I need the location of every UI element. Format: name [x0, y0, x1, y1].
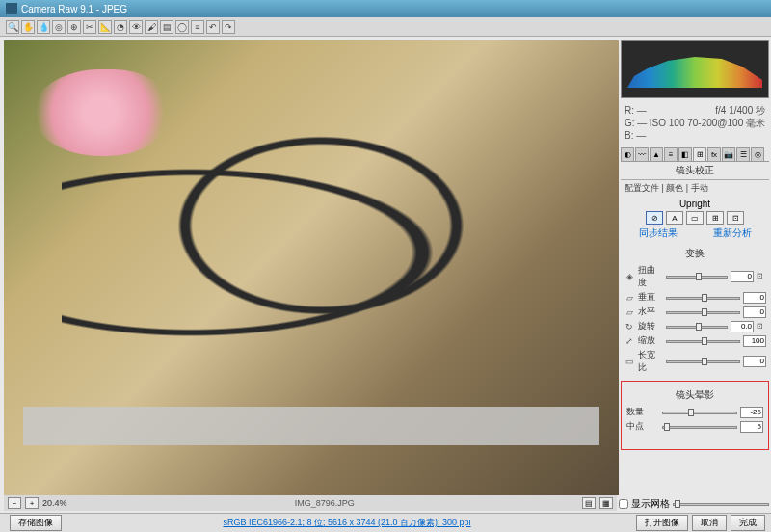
zoom-value[interactable]: 20.4% — [42, 498, 67, 508]
scale-value[interactable]: 100 — [743, 335, 766, 347]
workflow-link[interactable]: sRGB IEC61966-2.1; 8 位; 5616 x 3744 (21.… — [62, 517, 632, 529]
crop-tool-icon[interactable]: ✂ — [83, 20, 96, 34]
aspect-value[interactable]: 0 — [743, 356, 766, 367]
color-sampler-icon[interactable]: ◎ — [52, 20, 66, 34]
distortion-icon: ◈ — [624, 271, 635, 282]
image-preview[interactable] — [4, 40, 619, 495]
upright-full[interactable]: ⊡ — [727, 211, 744, 225]
straighten-tool-icon[interactable]: 📐 — [98, 20, 112, 34]
vertical-value[interactable]: 0 — [743, 292, 766, 304]
distortion-reset-icon[interactable]: ⊡ — [757, 272, 766, 281]
midpoint-slider[interactable]: 中点 5 — [624, 419, 766, 434]
preview-footer: − + 20.4% IMG_8796.JPG ▤ ▦ — [4, 495, 617, 511]
amount-slider[interactable]: 数量 -26 — [624, 405, 766, 419]
rotate-value[interactable]: 0.0 — [731, 321, 754, 332]
subtabs[interactable]: 配置文件 | 颜色 | 手动 — [621, 180, 769, 197]
aspect-icon: ▭ — [624, 356, 635, 367]
exif-panel: R: — G: — B: — f/4 1/400 秒 ISO 100 70-20… — [621, 102, 769, 144]
upright-buttons: ⊘ A ▭ ⊞ ⊡ — [621, 211, 769, 225]
distortion-value[interactable]: 0 — [731, 271, 754, 282]
vertical-slider[interactable]: ▱ 垂直 0 — [621, 290, 769, 305]
app-title: Camera Raw 9.1 - JPEG — [21, 4, 127, 14]
scale-slider[interactable]: ⤢ 缩放 100 — [621, 333, 769, 348]
panel-tabstrip: ◐ 〰 ▲ ≡ ◧ ⊞ fx 📷 ☰ ◎ — [621, 147, 769, 162]
adjustment-brush-icon[interactable]: 🖌 — [145, 20, 158, 34]
tab-detail[interactable]: ▲ — [650, 147, 663, 161]
highlighted-section: 镜头晕影 数量 -26 中点 5 — [621, 381, 769, 450]
tab-hsl[interactable]: ≡ — [664, 147, 678, 161]
exif-g: G: — — [625, 117, 647, 129]
show-grid-label: 显示网格 — [631, 497, 670, 511]
white-balance-tool-icon[interactable]: 💧 — [37, 20, 50, 34]
scale-icon: ⤢ — [624, 335, 635, 347]
tab-snapshots[interactable]: ◎ — [751, 147, 764, 161]
side-panel: R: — G: — B: — f/4 1/400 秒 ISO 100 70-20… — [619, 37, 771, 499]
rotate-icon: ↻ — [624, 321, 635, 332]
tab-presets[interactable]: ☰ — [736, 147, 750, 161]
exif-b: B: — — [625, 129, 647, 142]
zoom-tool-icon[interactable]: 🔍 — [6, 20, 19, 34]
open-image-button[interactable]: 打开图像 — [636, 515, 688, 531]
target-adjust-icon[interactable]: ⊕ — [67, 20, 81, 34]
toolbar: 🔍 ✋ 💧 ◎ ⊕ ✂ 📐 ◔ 👁 🖌 ▤ ◯ ≡ ↶ ↷ — [0, 17, 771, 37]
filename: IMG_8796.JPG — [71, 498, 578, 508]
titlebar: Camera Raw 9.1 - JPEG — [0, 0, 771, 17]
status-bar: 存储图像 sRGB IEC61966-2.1; 8 位; 5616 x 3744… — [0, 513, 771, 532]
radial-filter-icon[interactable]: ◯ — [175, 20, 189, 34]
tab-split[interactable]: ◧ — [678, 147, 692, 161]
amount-value[interactable]: -26 — [740, 407, 763, 418]
save-image-button[interactable]: 存储图像 — [10, 515, 62, 531]
aspect-slider[interactable]: ▭ 长宽比 0 — [621, 348, 769, 375]
horizontal-slider[interactable]: ▱ 水平 0 — [621, 305, 769, 319]
zoom-in-icon[interactable]: + — [25, 497, 39, 509]
prefs-icon[interactable]: ≡ — [191, 20, 204, 34]
upright-label: Upright — [621, 199, 769, 209]
exif-iso: ISO 100 70-200@100 毫米 — [650, 118, 765, 128]
vertical-icon: ▱ — [624, 292, 635, 304]
reanalyze-link[interactable]: 重新分析 — [713, 226, 752, 240]
upright-level[interactable]: ▭ — [686, 211, 704, 225]
tab-camera[interactable]: 📷 — [722, 147, 735, 161]
upright-off[interactable]: ⊘ — [646, 211, 663, 225]
tab-lens[interactable]: ⊞ — [693, 147, 706, 161]
tab-fx[interactable]: fx — [707, 147, 721, 161]
panel-title: 镜头校正 — [621, 162, 769, 180]
rotate-cw-icon[interactable]: ↷ — [222, 20, 235, 34]
grid-toggle-row: 显示网格 — [619, 497, 769, 511]
upright-vertical[interactable]: ⊞ — [706, 211, 724, 225]
rotate-ccw-icon[interactable]: ↶ — [206, 20, 220, 34]
sync-result-link[interactable]: 同步结果 — [639, 226, 678, 240]
redacted-bar — [23, 407, 599, 445]
show-grid-checkbox[interactable] — [619, 499, 628, 509]
graduated-filter-icon[interactable]: ▤ — [160, 20, 173, 34]
hand-tool-icon[interactable]: ✋ — [21, 20, 35, 34]
distortion-slider[interactable]: ◈ 扭曲度 0 ⊡ — [621, 263, 769, 290]
vignette-section-label: 镜头晕影 — [624, 386, 766, 405]
exif-shutter: f/4 1/400 秒 — [715, 105, 765, 116]
horizontal-icon: ▱ — [624, 306, 635, 318]
rotate-reset-icon[interactable]: ⊡ — [757, 322, 766, 332]
transform-section-label: 变换 — [621, 244, 769, 263]
exif-r: R: — — [625, 104, 647, 117]
rotate-slider[interactable]: ↻ 旋转 0.0 ⊡ — [621, 319, 769, 333]
view-mode-icon[interactable]: ▤ — [582, 497, 596, 509]
app-icon — [6, 3, 17, 14]
done-button[interactable]: 完成 — [731, 515, 765, 531]
redeye-tool-icon[interactable]: 👁 — [129, 20, 143, 34]
filmstrip-icon[interactable]: ▦ — [599, 497, 613, 509]
horizontal-value[interactable]: 0 — [743, 306, 766, 318]
upright-auto[interactable]: A — [666, 211, 683, 225]
zoom-out-icon[interactable]: − — [8, 497, 21, 509]
tab-basic[interactable]: ◐ — [621, 147, 634, 161]
histogram[interactable] — [621, 40, 769, 98]
histogram-curve — [627, 49, 762, 88]
tab-curve[interactable]: 〰 — [635, 147, 649, 161]
spot-removal-icon[interactable]: ◔ — [114, 20, 127, 34]
midpoint-value[interactable]: 5 — [740, 421, 763, 433]
cancel-button[interactable]: 取消 — [692, 515, 727, 531]
